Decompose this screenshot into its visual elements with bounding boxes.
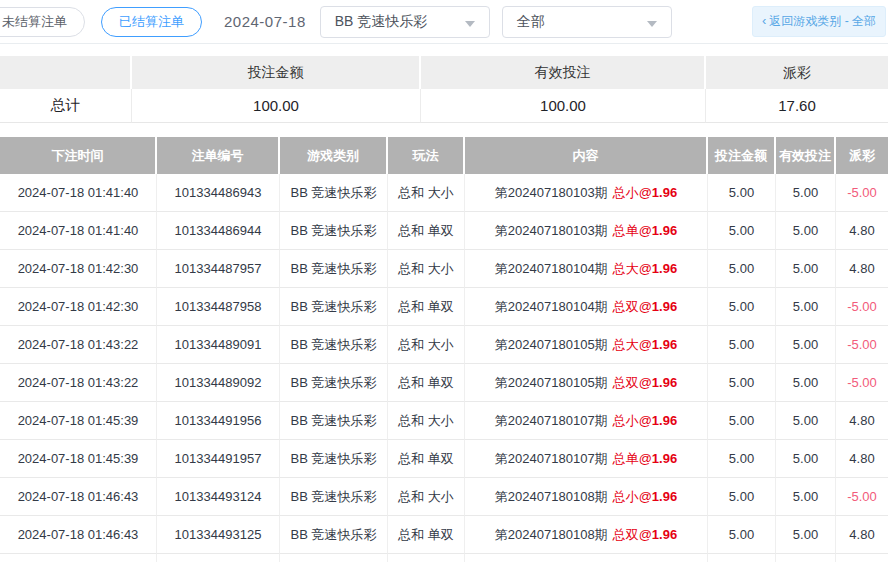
game-category-cell: BB 竞速快乐彩 [280, 364, 388, 402]
bet-content-cell: 第202407180108期总小@1.96 [465, 478, 708, 516]
payout-cell: 4.80 [836, 516, 888, 554]
bet-time-cell: 2024-07-18 01:45:39 [0, 440, 157, 478]
play-type-cell: 总和 大小 [388, 478, 465, 516]
filter-select-value: 全部 [517, 13, 545, 31]
bet-content-cell: 第202407180107期总小@1.96 [465, 402, 708, 440]
odds-separator: @ [639, 223, 652, 238]
summary-payout-value: 17.60 [706, 89, 888, 123]
odds-separator: @ [639, 527, 652, 542]
valid-bet-cell: 5.00 [776, 440, 836, 478]
odds-separator: @ [639, 489, 652, 504]
play-type-cell: 总和 单双 [388, 516, 465, 554]
odds-value: 1.96 [652, 413, 677, 428]
toolbar: 未结算注单 已结算注单 2024-07-18 BB 竞速快乐彩 全部 ‹返回游戏… [0, 0, 888, 44]
pick-text: 总小 [613, 412, 639, 430]
game-category-cell: BB 竞速快乐彩 [280, 478, 388, 516]
payout-cell: 4.80 [836, 250, 888, 288]
bet-time-cell: 2024-07-18 01:43:22 [0, 364, 157, 402]
bet-id-cell: 101334493124 [157, 478, 280, 516]
summary-bet-amount-value: 100.00 [132, 89, 421, 123]
game-type-select[interactable]: BB 竞速快乐彩 [320, 6, 490, 38]
valid-bet-cell: 5.00 [776, 174, 836, 212]
period-text: 第202407180108期 [495, 488, 608, 506]
period-text: 第202407180103期 [495, 184, 608, 202]
header-payout: 派彩 [836, 137, 888, 174]
bet-time-cell: 2024-07-18 01:42:30 [0, 288, 157, 326]
table-row: 2024-07-18 01:41:40 101334486944 BB 竞速快乐… [0, 212, 888, 250]
bet-content-cell: 第202407180108期总双@1.96 [465, 516, 708, 554]
bet-time-cell: 2024-07-18 01:46:43 [0, 516, 157, 554]
bet-time-cell: 2024-07-18 01:41:40 [0, 174, 157, 212]
filter-select[interactable]: 全部 [502, 6, 672, 38]
play-type-cell: 总和 大小 [388, 326, 465, 364]
odds-separator: @ [639, 413, 652, 428]
game-category-cell: BB 竞速快乐彩 [280, 402, 388, 440]
pick-text: 总双 [613, 526, 639, 544]
bet-amount-cell: 5.00 [708, 402, 776, 440]
valid-bet-cell: 5.00 [776, 288, 836, 326]
period-text: 第202407180107期 [495, 412, 608, 430]
play-type-cell: 总和 单双 [388, 288, 465, 326]
bet-time-cell: 2024-07-18 01:45:39 [0, 402, 157, 440]
back-button-label: 返回游戏类别 - 全部 [769, 14, 876, 28]
chevron-down-icon [647, 21, 657, 27]
odds-separator: @ [639, 299, 652, 314]
tab-settled-bets[interactable]: 已结算注单 [101, 7, 202, 37]
valid-bet-cell: 5.00 [776, 478, 836, 516]
bet-content-cell: 第202407180107期总单@1.96 [465, 440, 708, 478]
table-row: 2024-07-18 01:42:30 101334487957 BB 竞速快乐… [0, 250, 888, 288]
bet-content-cell: 第202407180103期总单@1.96 [465, 212, 708, 250]
odds-value: 1.96 [652, 185, 677, 200]
bet-id-cell: 101334489092 [157, 364, 280, 402]
header-bet-amount: 投注金额 [708, 137, 776, 174]
bet-amount-cell: 5.00 [708, 288, 776, 326]
period-text: 第202407180105期 [495, 374, 608, 392]
chevron-down-icon [465, 21, 475, 27]
bet-id-cell: 101334486943 [157, 174, 280, 212]
odds-separator: @ [639, 261, 652, 276]
bet-time-cell: 2024-07-18 01:46:43 [0, 478, 157, 516]
bet-id-cell: 101334491956 [157, 402, 280, 440]
payout-cell: 4.80 [836, 212, 888, 250]
records-header-row: 下注时间 注单编号 游戏类别 玩法 内容 投注金额 有效投注 派彩 [0, 137, 888, 174]
bet-id-cell: 101334493125 [157, 516, 280, 554]
pick-text: 总单 [613, 450, 639, 468]
chevron-left-icon: ‹ [762, 13, 766, 28]
bet-time-cell: 2024-07-18 01:42:30 [0, 250, 157, 288]
table-row: 2024-07-18 01:43:22 101334489091 BB 竞速快乐… [0, 326, 888, 364]
play-type-cell: 总和 单双 [388, 364, 465, 402]
bet-content-cell: 第202407180105期总双@1.96 [465, 364, 708, 402]
partial-row [0, 554, 888, 562]
header-valid-bet: 有效投注 [776, 137, 836, 174]
game-category-cell: BB 竞速快乐彩 [280, 174, 388, 212]
play-type-cell: 总和 单双 [388, 212, 465, 250]
summary-header-bet-amount: 投注金额 [132, 56, 421, 89]
tab-unsettled-bets[interactable]: 未结算注单 [0, 7, 85, 37]
bet-amount-cell: 5.00 [708, 440, 776, 478]
back-to-game-category-button[interactable]: ‹返回游戏类别 - 全部 [752, 6, 886, 37]
pick-text: 总大 [613, 336, 639, 354]
payout-cell: -5.00 [836, 364, 888, 402]
period-text: 第202407180105期 [495, 336, 608, 354]
pick-text: 总单 [613, 222, 639, 240]
summary-header-valid-bet: 有效投注 [421, 56, 706, 89]
game-category-cell: BB 竞速快乐彩 [280, 326, 388, 364]
table-row: 2024-07-18 01:42:30 101334487958 BB 竞速快乐… [0, 288, 888, 326]
odds-value: 1.96 [652, 337, 677, 352]
table-row: 2024-07-18 01:41:40 101334486943 BB 竞速快乐… [0, 174, 888, 212]
play-type-cell: 总和 单双 [388, 440, 465, 478]
odds-value: 1.96 [652, 261, 677, 276]
date-value[interactable]: 2024-07-18 [224, 13, 306, 30]
records-table: 下注时间 注单编号 游戏类别 玩法 内容 投注金额 有效投注 派彩 2024-0… [0, 137, 888, 562]
payout-cell: -5.00 [836, 478, 888, 516]
table-row: 2024-07-18 01:45:39 101334491957 BB 竞速快乐… [0, 440, 888, 478]
valid-bet-cell: 5.00 [776, 516, 836, 554]
summary-total-label: 总计 [0, 89, 132, 123]
pick-text: 总小 [613, 488, 639, 506]
odds-value: 1.96 [652, 489, 677, 504]
payout-cell: 4.80 [836, 402, 888, 440]
summary-total-row: 总计 100.00 100.00 17.60 [0, 89, 888, 123]
payout-cell: -5.00 [836, 174, 888, 212]
table-row: 2024-07-18 01:46:43 101334493125 BB 竞速快乐… [0, 516, 888, 554]
bet-content-cell: 第202407180104期总大@1.96 [465, 250, 708, 288]
